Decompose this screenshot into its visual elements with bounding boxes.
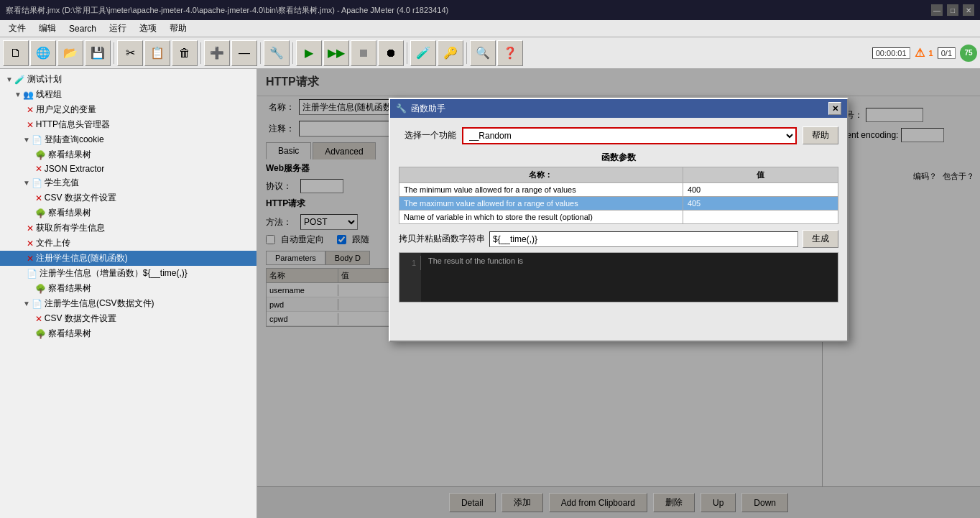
minimize-button[interactable]: — bbox=[931, 4, 943, 16]
toggle-button[interactable]: 🔧 bbox=[264, 40, 290, 66]
tree-toggle-test-plan[interactable]: ▼ bbox=[6, 75, 13, 83]
main-area: ▼ 🧪 测试计划 ▼ 👥 线程组 ✕ 用户定义的变量 ✕ HTTP信息头管理器 … bbox=[0, 69, 980, 518]
table-row[interactable]: The minimum value allowed for a range of… bbox=[399, 183, 838, 197]
toolbar-separator-3 bbox=[260, 42, 261, 64]
clear-all-button[interactable]: 🔑 bbox=[438, 40, 463, 66]
copy-button[interactable]: 📋 bbox=[144, 40, 170, 66]
file-upload-icon: ✕ bbox=[27, 239, 34, 249]
menu-options[interactable]: 选项 bbox=[134, 21, 162, 36]
table-row[interactable]: The maximum value allowed for a range of… bbox=[399, 197, 838, 211]
collapse-button[interactable]: — bbox=[231, 40, 257, 66]
func-params-title: 函数参数 bbox=[399, 152, 838, 164]
json-extractor-icon: ✕ bbox=[35, 164, 42, 174]
param-value-2[interactable] bbox=[683, 211, 838, 224]
function-select[interactable]: __Random __time __threadNum bbox=[462, 127, 797, 144]
tree-label-test-plan: 测试计划 bbox=[27, 73, 62, 85]
generate-button[interactable]: 生成 bbox=[803, 230, 838, 248]
result-content: The result of the function is bbox=[421, 253, 838, 302]
view-tree3-icon: 🌳 bbox=[35, 284, 46, 294]
tree-panel: ▼ 🧪 测试计划 ▼ 👥 线程组 ✕ 用户定义的变量 ✕ HTTP信息头管理器 … bbox=[0, 69, 257, 518]
tree-toggle-register-csv[interactable]: ▼ bbox=[23, 300, 30, 307]
tree-item-view-tree2[interactable]: 🌳 察看结果树 bbox=[0, 205, 256, 221]
new-button[interactable]: 🗋 bbox=[3, 40, 29, 66]
user-vars-icon: ✕ bbox=[27, 105, 34, 115]
line-number: 1 bbox=[399, 256, 421, 270]
stop-button[interactable]: ⏹ bbox=[351, 40, 376, 66]
select-function-label: 选择一个功能 bbox=[399, 129, 456, 142]
maximize-button[interactable]: □ bbox=[947, 4, 958, 16]
menu-run[interactable]: 运行 bbox=[103, 21, 132, 36]
http-header-icon: ✕ bbox=[27, 120, 34, 130]
tree-item-http-header[interactable]: ✕ HTTP信息头管理器 bbox=[0, 117, 256, 132]
tree-toggle-student-fill[interactable]: ▼ bbox=[23, 179, 30, 187]
menu-bar: 文件 编辑 Search 运行 选项 帮助 bbox=[0, 20, 980, 37]
view-tree1-icon: 🌳 bbox=[35, 150, 46, 160]
tree-label-file-upload: 文件上传 bbox=[36, 237, 70, 249]
tree-item-get-students[interactable]: ✕ 获取所有学生信息 bbox=[0, 221, 256, 236]
expand-button[interactable]: ➕ bbox=[204, 40, 230, 66]
open-button[interactable]: 📂 bbox=[57, 40, 83, 66]
shutdown-button[interactable]: ⏺ bbox=[378, 40, 404, 66]
tree-item-test-plan[interactable]: ▼ 🧪 测试计划 bbox=[0, 72, 256, 87]
tree-item-student-fill[interactable]: ▼ 📄 学生充值 bbox=[0, 175, 256, 190]
tree-label-view-tree2: 察看结果树 bbox=[48, 207, 91, 219]
tree-item-csv-settings[interactable]: ✕ CSV 数据文件设置 bbox=[0, 190, 256, 205]
toolbar-right: 00:00:01 ⚠ 1 0/1 75 bbox=[872, 45, 977, 62]
tree-label-register-random: 注册学生信息(随机函数) bbox=[36, 252, 128, 264]
close-button[interactable]: ✕ bbox=[963, 4, 974, 16]
register-inc-icon: 📄 bbox=[27, 269, 37, 279]
tree-label-login-cookie: 登陆查询cookie bbox=[45, 134, 104, 146]
tree-item-view-tree3[interactable]: 🌳 察看结果树 bbox=[0, 281, 256, 296]
tree-toggle-thread-group[interactable]: ▼ bbox=[14, 91, 22, 98]
search-button[interactable]: 🔍 bbox=[470, 40, 496, 66]
start-no-pause-button[interactable]: ▶▶ bbox=[323, 40, 349, 66]
menu-help[interactable]: 帮助 bbox=[164, 21, 193, 36]
tree-label-csv-settings2: CSV 数据文件设置 bbox=[45, 313, 116, 325]
modal-close-button[interactable]: ✕ bbox=[828, 102, 841, 115]
cpu-indicator: 75 bbox=[960, 45, 977, 62]
tree-item-csv-settings2[interactable]: ✕ CSV 数据文件设置 bbox=[0, 311, 256, 326]
view-tree2-icon: 🌳 bbox=[35, 208, 46, 218]
menu-edit[interactable]: 编辑 bbox=[33, 21, 62, 36]
menu-file[interactable]: 文件 bbox=[3, 21, 32, 36]
register-csv-icon: 📄 bbox=[32, 299, 42, 309]
help-button[interactable]: ❓ bbox=[497, 40, 523, 66]
tree-item-user-vars[interactable]: ✕ 用户定义的变量 bbox=[0, 102, 256, 117]
tree-item-register-inc[interactable]: 📄 注册学生信息（增量函数）${__time(,)} bbox=[0, 266, 256, 281]
toolbar-separator-6 bbox=[466, 42, 467, 64]
param-value-1[interactable] bbox=[683, 197, 838, 211]
title-bar: 察看结果树.jmx (D:\常用工具\jmeter\apache-jmeter-… bbox=[0, 0, 980, 20]
menu-search[interactable]: Search bbox=[63, 22, 102, 35]
cut-button[interactable]: ✂ bbox=[117, 40, 143, 66]
thread-group-icon: 👥 bbox=[23, 90, 34, 100]
param-value-0[interactable] bbox=[683, 183, 838, 197]
tree-label-thread-group: 线程组 bbox=[36, 88, 62, 101]
tree-item-register-random[interactable]: ✕ 注册学生信息(随机函数) bbox=[0, 251, 256, 266]
tree-toggle-user-vars bbox=[23, 106, 25, 114]
tree-item-json-extractor[interactable]: ✕ JSON Extractor bbox=[0, 162, 256, 175]
window-controls[interactable]: — □ ✕ bbox=[931, 4, 974, 16]
tree-item-login-cookie[interactable]: ▼ 📄 登陆查询cookie bbox=[0, 132, 256, 147]
delete-button[interactable]: 🗑 bbox=[172, 40, 198, 66]
tree-item-register-csv[interactable]: ▼ 📄 注册学生信息(CSV数据文件) bbox=[0, 296, 256, 311]
tree-item-file-upload[interactable]: ✕ 文件上传 bbox=[0, 236, 256, 251]
tree-item-thread-group[interactable]: ▼ 👥 线程组 bbox=[0, 87, 256, 102]
copy-input[interactable] bbox=[489, 231, 798, 247]
function-helper-modal: 🔧 函数助手 ✕ 选择一个功能 __Random __time __thread… bbox=[389, 98, 849, 342]
modal-help-button[interactable]: 帮助 bbox=[803, 126, 838, 144]
tree-item-view-tree4[interactable]: 🌳 察看结果树 bbox=[0, 326, 256, 341]
select-function-row: 选择一个功能 __Random __time __threadNum 帮助 bbox=[399, 126, 838, 144]
tree-item-view-tree1[interactable]: 🌳 察看结果树 bbox=[0, 147, 256, 162]
table-row[interactable]: Name of variable in which to store the r… bbox=[399, 211, 838, 224]
clear-button[interactable]: 🧪 bbox=[410, 40, 436, 66]
tree-label-view-tree3: 察看结果树 bbox=[48, 282, 91, 295]
csv-settings2-icon: ✕ bbox=[35, 314, 42, 324]
param-name-2: Name of variable in which to store the r… bbox=[399, 211, 683, 224]
test-plan-icon: 🧪 bbox=[14, 75, 25, 85]
toolbar-separator-5 bbox=[407, 42, 407, 64]
tree-toggle-login-cookie[interactable]: ▼ bbox=[23, 136, 30, 144]
templates-button[interactable]: 🌐 bbox=[30, 40, 56, 66]
start-button[interactable]: ▶ bbox=[296, 40, 322, 66]
save-button[interactable]: 💾 bbox=[85, 40, 111, 66]
result-area: 1 The result of the function is bbox=[399, 252, 838, 302]
